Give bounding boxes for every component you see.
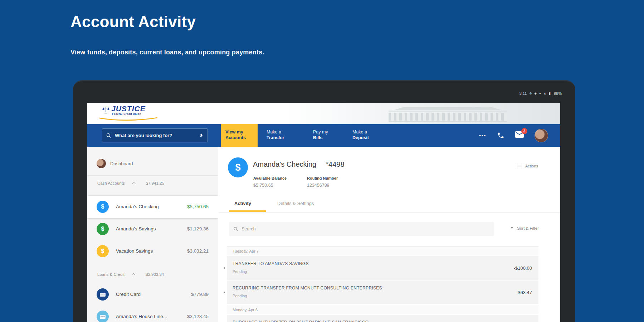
account-title: Amanda's Checking*4498 <box>253 160 345 169</box>
dollar-icon: $ <box>97 223 109 235</box>
sidebar-divider <box>87 175 218 176</box>
section-label: Cash Accounts <box>97 181 125 185</box>
tab-pay-my-bills[interactable]: Pay my Bills <box>313 124 328 147</box>
section-cash-accounts[interactable]: Cash Accounts $7,941.25 <box>97 180 164 186</box>
card-glyph <box>100 315 106 319</box>
primary-nav: View my Accounts Make a Transfer Pay my … <box>87 124 560 147</box>
chevron-up-icon <box>132 182 136 185</box>
microphone-icon[interactable] <box>199 132 204 139</box>
available-balance-label: Available Balance <box>253 176 287 180</box>
status-time: 3:11 <box>519 91 527 96</box>
actions-button[interactable]: Actions <box>517 164 538 168</box>
page-background: Account Activity View funds, deposits, c… <box>0 0 644 322</box>
credit-card-icon <box>97 311 109 322</box>
card-glyph <box>100 293 106 297</box>
app-header: JUSTICE Federal Credit Union <box>87 103 560 124</box>
account-balance: $3,032.21 <box>187 240 209 262</box>
sidebar-item-amandas-savings[interactable]: $ Amanda's Savings $1,129.36 <box>87 218 218 240</box>
battery-level: 98% <box>554 91 562 96</box>
status-bar: 3:11 ⊙ ◈ ♥ ▲ ▮ 98% <box>519 91 562 96</box>
search-icon <box>106 133 112 138</box>
pending-dot-icon <box>224 267 225 269</box>
transaction-status: Pending <box>233 269 247 274</box>
account-balance: $5,750.65 <box>187 196 209 218</box>
app-screen: JUSTICE Federal Credit Union <box>87 103 560 322</box>
transaction-row[interactable]: TRANSFER TO AMANDA'S SAVINGS Pending -$1… <box>227 256 538 280</box>
account-name: Amanda's Checking <box>116 196 159 218</box>
page-subtitle: View funds, deposits, current loans, and… <box>70 49 264 56</box>
logo-name: JUSTICE <box>111 105 146 112</box>
profile-avatar[interactable] <box>535 129 548 142</box>
justice-logo[interactable]: JUSTICE Federal Credit Union <box>102 105 146 116</box>
transaction-title: RECURRING TRANSFER FROM MCNUTT CONSULTIN… <box>233 286 382 291</box>
account-name: Amanda's Savings <box>116 218 156 240</box>
sidebar-item-amandas-checking[interactable]: $ Amanda's Checking $5,750.65 <box>87 196 218 218</box>
available-balance-value: $5,750.65 <box>253 183 273 188</box>
app-body: Dashboard Cash Accounts $7,941.25 $ Aman… <box>87 147 560 322</box>
pending-dot-icon <box>224 292 225 293</box>
tab-activity[interactable]: Activity <box>234 201 251 206</box>
sidebar-item-dashboard[interactable]: Dashboard <box>87 156 218 171</box>
message-count-badge: 3 <box>521 128 527 134</box>
tablet-frame: 3:11 ⊙ ◈ ♥ ▲ ▮ 98% <box>73 80 575 322</box>
transaction-status: Pending <box>233 294 247 298</box>
monument-roof <box>389 107 507 110</box>
section-label: Loans & Credit <box>97 272 125 277</box>
account-name: Credit Card <box>116 283 141 306</box>
tab-details-settings[interactable]: Details & Settings <box>277 201 314 206</box>
dashboard-avatar <box>97 159 106 168</box>
page-title: Account Activity <box>70 13 196 31</box>
status-icons: ⊙ ◈ ♥ ▲ ▮ <box>529 92 551 95</box>
transaction-row[interactable]: PURCHASE AUTHORIZED ON 03/17 PARK AVE SA… <box>227 315 538 322</box>
account-balance: $779.89 <box>191 283 209 306</box>
monument-entablature <box>389 111 507 112</box>
account-balance: $3,123.45 <box>187 306 209 322</box>
account-dollar-icon: $ <box>228 157 248 177</box>
routing-number-value: 123456789 <box>307 183 330 188</box>
credit-card-icon <box>97 288 109 301</box>
monument-photo <box>389 107 507 123</box>
global-search[interactable] <box>102 128 208 142</box>
nav-utility-icons: ••• 3 <box>479 124 548 147</box>
account-detail-panel: $ Amanda's Checking*4498 Actions Availab… <box>218 147 560 322</box>
account-name: Amanda's House Line... <box>116 306 167 322</box>
transaction-search[interactable] <box>229 222 494 236</box>
dashboard-label: Dashboard <box>110 161 133 166</box>
chevron-up-icon <box>132 273 135 277</box>
tab-make-a-deposit[interactable]: Make a Deposit <box>352 124 369 147</box>
sort-filter-button[interactable]: Sort & Filter <box>510 226 539 230</box>
transaction-search-input[interactable] <box>241 226 489 231</box>
transaction-title: PURCHASE AUTHORIZED ON 03/17 PARK AVE SA… <box>233 320 369 322</box>
tab-view-my-accounts[interactable]: View my Accounts <box>221 124 258 147</box>
scales-of-justice-icon <box>102 106 109 114</box>
date-header: Tuesday, Apr 7 <box>227 246 538 255</box>
sidebar-item-credit-card[interactable]: Credit Card $779.89 <box>87 283 218 306</box>
monument-base <box>389 121 507 122</box>
search-icon <box>233 226 238 231</box>
more-menu-icon[interactable]: ••• <box>479 133 486 138</box>
account-name: Vacation Savings <box>116 240 153 262</box>
sidebar-item-vacation-savings[interactable]: $ Vacation Savings $3,032.21 <box>87 240 218 262</box>
tab-make-a-transfer[interactable]: Make a Transfer <box>267 124 284 147</box>
messages-button[interactable]: 3 <box>515 131 524 140</box>
date-header: Monday, Apr 6 <box>227 305 538 314</box>
dollar-icon: $ <box>97 245 109 257</box>
global-search-input[interactable] <box>115 133 195 138</box>
transaction-title: TRANSFER TO AMANDA'S SAVINGS <box>233 261 309 266</box>
logo-swoosh <box>98 117 159 121</box>
section-total: $7,941.25 <box>146 181 164 185</box>
account-number: *4498 <box>326 160 344 168</box>
dollar-icon: $ <box>97 201 109 213</box>
accounts-sidebar: Dashboard Cash Accounts $7,941.25 $ Aman… <box>87 147 218 322</box>
logo-tagline: Federal Credit Union <box>112 112 146 116</box>
transaction-amount: -$63.47 <box>516 290 532 295</box>
section-total: $3,903.34 <box>146 272 164 277</box>
account-balance: $1,129.36 <box>187 218 209 240</box>
monument-columns <box>389 113 507 121</box>
transaction-row[interactable]: RECURRING TRANSFER FROM MCNUTT CONSULTIN… <box>227 280 538 304</box>
phone-icon[interactable] <box>497 132 504 139</box>
section-loans-credit[interactable]: Loans & Credit $3,903.34 <box>97 271 164 278</box>
actions-icon <box>517 166 522 166</box>
routing-number-label: Routing Number <box>307 176 338 180</box>
sidebar-item-amandas-house-line[interactable]: Amanda's House Line... $3,123.45 <box>87 306 218 322</box>
